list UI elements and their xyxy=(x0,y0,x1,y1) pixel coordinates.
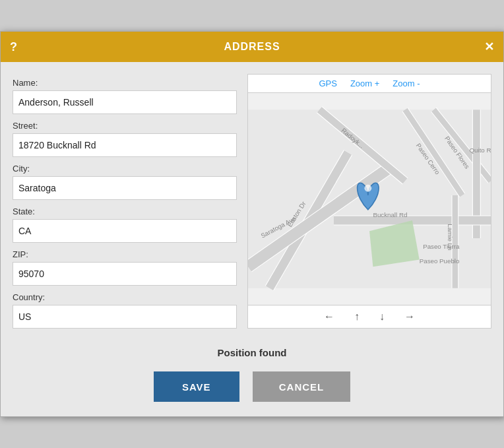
country-label: Country: xyxy=(13,292,237,302)
map-canvas[interactable]: Easton Dr Saratoga Ave Radoyk... Paseo C… xyxy=(247,92,491,305)
address-dialog: ? ADDRESS ✕ Name: Street: City: State: Z… xyxy=(0,31,504,417)
street-input[interactable] xyxy=(13,133,237,157)
street-label: Street: xyxy=(13,121,237,131)
status-text: Position found xyxy=(218,347,287,358)
zip-input[interactable] xyxy=(13,262,237,286)
nav-right-button[interactable]: → xyxy=(402,311,418,323)
close-button[interactable]: ✕ xyxy=(481,40,494,54)
zoom-in-button[interactable]: Zoom + xyxy=(350,79,379,88)
save-button[interactable]: SAVE xyxy=(154,371,239,402)
zoom-out-button[interactable]: Zoom - xyxy=(393,79,420,88)
help-button[interactable]: ? xyxy=(10,40,23,54)
svg-text:Paseo Pueblo: Paseo Pueblo xyxy=(420,257,460,265)
form-section: Name: Street: City: State: ZIP: Country: xyxy=(13,74,237,329)
svg-point-28 xyxy=(364,185,371,192)
dialog-footer: SAVE CANCEL xyxy=(1,365,503,416)
name-input[interactable] xyxy=(13,90,237,114)
gps-button[interactable]: GPS xyxy=(319,79,336,88)
country-input[interactable] xyxy=(13,305,237,329)
svg-text:Bucknall Rd: Bucknall Rd xyxy=(373,211,407,218)
city-label: City: xyxy=(13,164,237,174)
dialog-header: ? ADDRESS ✕ xyxy=(1,32,503,62)
svg-text:Paseo Tierra: Paseo Tierra xyxy=(423,243,460,250)
status-section: Position found xyxy=(1,338,503,365)
city-input[interactable] xyxy=(13,176,237,200)
dialog-title: ADDRESS xyxy=(23,41,481,53)
nav-left-button[interactable]: ← xyxy=(321,311,337,323)
name-label: Name: xyxy=(13,78,237,88)
map-bottom-controls: ← ↑ ↓ → xyxy=(247,305,491,329)
cancel-button[interactable]: CANCEL xyxy=(253,371,351,402)
nav-up-button[interactable]: ↑ xyxy=(352,311,362,323)
state-label: State: xyxy=(13,207,237,216)
map-section: GPS Zoom + Zoom - xyxy=(247,74,491,329)
dialog-body: Name: Street: City: State: ZIP: Country:… xyxy=(1,62,503,338)
nav-down-button[interactable]: ↓ xyxy=(377,311,387,323)
svg-text:Lamie Ln: Lamie Ln xyxy=(447,224,454,250)
svg-text:Quito Rd: Quito Rd xyxy=(470,146,491,154)
zip-label: ZIP: xyxy=(13,249,237,259)
state-input[interactable] xyxy=(13,219,237,243)
map-top-controls: GPS Zoom + Zoom - xyxy=(247,74,491,92)
